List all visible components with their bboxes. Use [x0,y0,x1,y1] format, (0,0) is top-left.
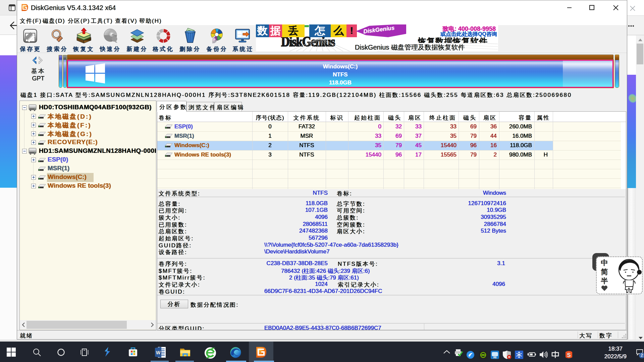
svg-text:S: S [567,352,571,358]
svg-text:W: W [156,350,161,355]
svg-text:intel: intel [493,357,497,359]
